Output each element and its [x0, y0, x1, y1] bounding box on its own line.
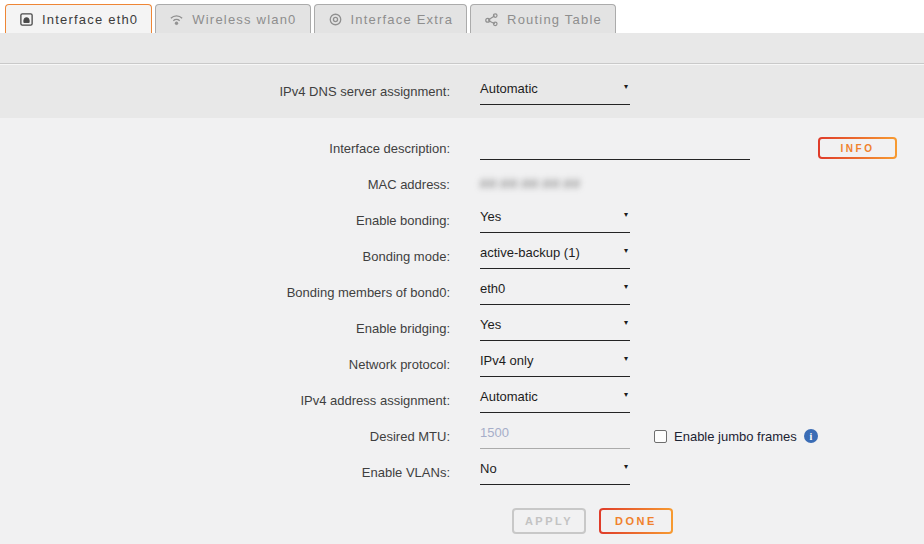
wifi-icon: [169, 12, 184, 27]
network-protocol-select[interactable]: IPv4 only ▾: [480, 351, 630, 377]
enable-vlans-row: Enable VLANs: No ▾: [0, 454, 924, 490]
bonding-members-value: eth0: [480, 281, 505, 296]
ipv4-assignment-value: Automatic: [480, 389, 538, 404]
chevron-down-icon: ▾: [624, 390, 628, 399]
chevron-down-icon: ▾: [624, 82, 628, 91]
desired-mtu-row: Desired MTU: 1500 Enable jumbo frames i: [0, 418, 924, 454]
dns-assignment-select[interactable]: Automatic ▾: [480, 79, 630, 105]
done-button[interactable]: DONE: [599, 508, 673, 534]
interface-description-input[interactable]: [480, 138, 750, 153]
jumbo-frames-label: Enable jumbo frames: [674, 429, 797, 444]
tab-label: Interface Extra: [351, 12, 454, 27]
chevron-down-icon: ▾: [624, 282, 628, 291]
enable-bridging-value: Yes: [480, 317, 501, 332]
dns-assignment-value: Automatic: [480, 81, 538, 96]
chevron-down-icon: ▾: [624, 318, 628, 327]
desired-mtu-field: 1500: [480, 423, 630, 449]
enable-vlans-value: No: [480, 461, 497, 476]
tab-bar: Interface eth0 Wireless wlan0 Interface …: [0, 0, 924, 33]
tab-label: Wireless wlan0: [192, 12, 296, 27]
enable-bridging-row: Enable bridging: Yes ▾: [0, 310, 924, 346]
chevron-down-icon: ▾: [624, 246, 628, 255]
network-protocol-value: IPv4 only: [480, 353, 533, 368]
enable-bridging-label: Enable bridging:: [0, 321, 480, 336]
tab-interface-extra[interactable]: Interface Extra: [314, 4, 468, 33]
enable-bonding-value: Yes: [480, 209, 501, 224]
mac-address-value-redacted: ##:##:##:##:##: [480, 176, 581, 191]
target-icon: [328, 12, 343, 27]
bonding-mode-label: Bonding mode:: [0, 249, 480, 264]
ipv4-assignment-select[interactable]: Automatic ▾: [480, 387, 630, 413]
bonding-mode-value: active-backup (1): [480, 245, 580, 260]
info-circle-icon[interactable]: i: [804, 429, 818, 443]
chevron-down-icon: ▾: [624, 210, 628, 219]
tab-wireless-wlan0[interactable]: Wireless wlan0: [155, 4, 310, 33]
enable-bonding-row: Enable bonding: Yes ▾: [0, 202, 924, 238]
interface-settings-window: Interface eth0 Wireless wlan0 Interface …: [0, 0, 924, 544]
done-button-label: DONE: [601, 510, 671, 532]
info-button-label: INFO: [820, 139, 895, 157]
desired-mtu-label: Desired MTU:: [0, 429, 480, 444]
interface-description-label: Interface description:: [0, 141, 480, 156]
enable-bonding-label: Enable bonding:: [0, 213, 480, 228]
bonding-mode-select[interactable]: active-backup (1) ▾: [480, 243, 630, 269]
chevron-down-icon: ▾: [624, 462, 628, 471]
dns-assignment-row: IPv4 DNS server assignment: Automatic ▾: [0, 65, 924, 118]
network-protocol-row: Network protocol: IPv4 only ▾: [0, 346, 924, 382]
interface-form: Interface description: INFO MAC address:…: [0, 130, 924, 534]
interface-description-field-wrap: [480, 136, 750, 160]
bonding-mode-row: Bonding mode: active-backup (1) ▾: [0, 238, 924, 274]
desired-mtu-value: 1500: [480, 425, 509, 440]
network-protocol-label: Network protocol:: [0, 357, 480, 372]
share-nodes-icon: [484, 12, 499, 27]
ipv4-assignment-row: IPv4 address assignment: Automatic ▾: [0, 382, 924, 418]
dns-settings-panel: IPv4 DNS server assignment: Automatic ▾: [0, 33, 924, 118]
mac-address-row: MAC address: ##:##:##:##:##: [0, 166, 924, 202]
dns-assignment-label: IPv4 DNS server assignment:: [0, 84, 480, 99]
mac-address-value-wrap: ##:##:##:##:##: [480, 174, 750, 194]
tab-interface-eth0[interactable]: Interface eth0: [5, 4, 152, 33]
jumbo-frames-group: Enable jumbo frames i: [654, 429, 818, 444]
bonding-members-row: Bonding members of bond0: eth0 ▾: [0, 274, 924, 310]
tab-label: Interface eth0: [42, 12, 138, 27]
enable-vlans-label: Enable VLANs:: [0, 465, 480, 480]
bonding-members-label: Bonding members of bond0:: [0, 285, 480, 300]
enable-vlans-select[interactable]: No ▾: [480, 459, 630, 485]
apply-button[interactable]: APPLY: [512, 508, 586, 534]
panel-empty-strip: [0, 33, 924, 63]
ethernet-port-icon: [19, 12, 34, 27]
bonding-members-select[interactable]: eth0 ▾: [480, 279, 630, 305]
enable-bonding-select[interactable]: Yes ▾: [480, 207, 630, 233]
enable-bridging-select[interactable]: Yes ▾: [480, 315, 630, 341]
interface-description-row: Interface description: INFO: [0, 130, 924, 166]
tab-label: Routing Table: [507, 12, 602, 27]
ipv4-assignment-label: IPv4 address assignment:: [0, 393, 480, 408]
mac-address-label: MAC address:: [0, 177, 480, 192]
info-button[interactable]: INFO: [818, 137, 897, 159]
jumbo-frames-checkbox[interactable]: [654, 430, 667, 443]
tab-routing-table[interactable]: Routing Table: [470, 4, 616, 33]
chevron-down-icon: ▾: [624, 354, 628, 363]
action-buttons: APPLY DONE: [0, 508, 924, 534]
